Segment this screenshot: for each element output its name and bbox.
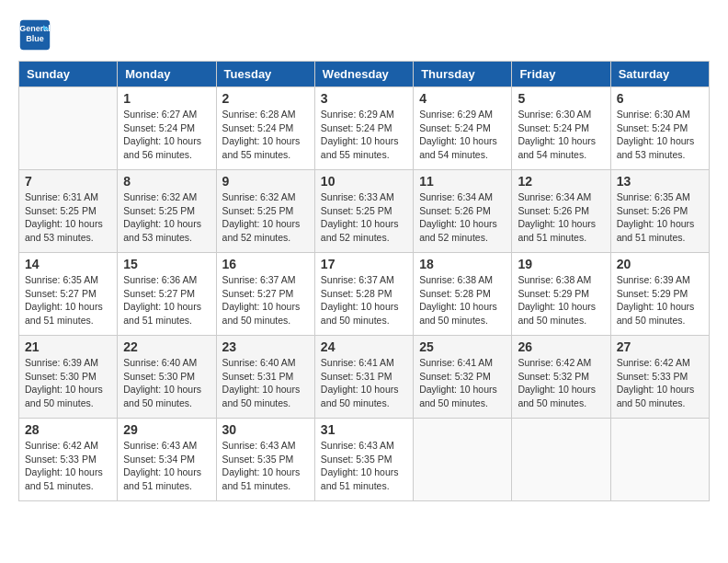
day-number: 30 [222, 422, 309, 437]
calendar-cell: 23Sunrise: 6:40 AM Sunset: 5:31 PM Dayli… [216, 336, 314, 419]
day-header-thursday: Thursday [414, 62, 512, 87]
day-number: 27 [617, 339, 703, 354]
day-number: 9 [222, 174, 309, 189]
day-number: 3 [321, 91, 407, 106]
day-info: Sunrise: 6:33 AM Sunset: 5:25 PM Dayligh… [321, 190, 407, 245]
calendar-cell: 10Sunrise: 6:33 AM Sunset: 5:25 PM Dayli… [314, 170, 413, 253]
day-number: 12 [518, 174, 604, 189]
day-number: 28 [25, 422, 111, 437]
calendar-week-row: 7Sunrise: 6:31 AM Sunset: 5:25 PM Daylig… [19, 170, 710, 253]
day-info: Sunrise: 6:35 AM Sunset: 5:26 PM Dayligh… [617, 190, 703, 245]
logo-icon: General Blue [18, 18, 51, 52]
calendar-cell: 11Sunrise: 6:34 AM Sunset: 5:26 PM Dayli… [414, 170, 512, 253]
calendar-cell: 12Sunrise: 6:34 AM Sunset: 5:26 PM Dayli… [512, 170, 610, 253]
day-info: Sunrise: 6:37 AM Sunset: 5:27 PM Dayligh… [222, 273, 309, 327]
day-info: Sunrise: 6:36 AM Sunset: 5:27 PM Dayligh… [123, 273, 210, 327]
calendar-cell: 29Sunrise: 6:43 AM Sunset: 5:34 PM Dayli… [118, 419, 216, 501]
page-header: General Blue [18, 18, 710, 52]
day-number: 18 [419, 257, 506, 271]
day-info: Sunrise: 6:42 AM Sunset: 5:32 PM Dayligh… [518, 356, 604, 410]
day-info: Sunrise: 6:39 AM Sunset: 5:29 PM Dayligh… [617, 273, 703, 327]
day-number: 16 [222, 257, 309, 271]
calendar-week-row: 28Sunrise: 6:42 AM Sunset: 5:33 PM Dayli… [19, 419, 710, 501]
calendar-cell: 6Sunrise: 6:30 AM Sunset: 5:24 PM Daylig… [610, 87, 709, 170]
calendar-cell: 25Sunrise: 6:41 AM Sunset: 5:32 PM Dayli… [414, 336, 512, 419]
day-number: 25 [419, 339, 506, 354]
calendar-cell: 22Sunrise: 6:40 AM Sunset: 5:30 PM Dayli… [118, 336, 216, 419]
calendar-week-row: 1Sunrise: 6:27 AM Sunset: 5:24 PM Daylig… [19, 87, 710, 170]
day-number: 5 [518, 91, 604, 106]
day-info: Sunrise: 6:27 AM Sunset: 5:24 PM Dayligh… [123, 108, 210, 162]
day-number: 11 [419, 174, 506, 189]
calendar-cell: 14Sunrise: 6:35 AM Sunset: 5:27 PM Dayli… [19, 253, 118, 336]
day-number: 7 [25, 174, 111, 189]
day-number: 31 [321, 422, 407, 437]
calendar-table: SundayMondayTuesdayWednesdayThursdayFrid… [18, 61, 710, 501]
calendar-week-row: 21Sunrise: 6:39 AM Sunset: 5:30 PM Dayli… [19, 336, 710, 419]
day-header-tuesday: Tuesday [216, 62, 314, 87]
calendar-cell: 9Sunrise: 6:32 AM Sunset: 5:25 PM Daylig… [216, 170, 314, 253]
day-info: Sunrise: 6:28 AM Sunset: 5:24 PM Dayligh… [222, 108, 309, 162]
calendar-cell: 7Sunrise: 6:31 AM Sunset: 5:25 PM Daylig… [19, 170, 118, 253]
day-info: Sunrise: 6:43 AM Sunset: 5:35 PM Dayligh… [222, 439, 309, 493]
day-number: 6 [617, 91, 703, 106]
day-info: Sunrise: 6:40 AM Sunset: 5:30 PM Dayligh… [123, 356, 210, 410]
calendar-cell: 26Sunrise: 6:42 AM Sunset: 5:32 PM Dayli… [512, 336, 610, 419]
day-info: Sunrise: 6:30 AM Sunset: 5:24 PM Dayligh… [518, 108, 604, 162]
calendar-cell: 1Sunrise: 6:27 AM Sunset: 5:24 PM Daylig… [118, 87, 216, 170]
day-number: 22 [123, 339, 210, 354]
calendar-cell [512, 419, 610, 501]
day-number: 21 [25, 339, 111, 354]
svg-text:Blue: Blue [26, 34, 44, 43]
day-info: Sunrise: 6:42 AM Sunset: 5:33 PM Dayligh… [617, 356, 703, 410]
day-info: Sunrise: 6:31 AM Sunset: 5:25 PM Dayligh… [25, 190, 111, 245]
calendar-week-row: 14Sunrise: 6:35 AM Sunset: 5:27 PM Dayli… [19, 253, 710, 336]
day-info: Sunrise: 6:34 AM Sunset: 5:26 PM Dayligh… [419, 190, 506, 245]
day-info: Sunrise: 6:30 AM Sunset: 5:24 PM Dayligh… [617, 108, 703, 162]
day-info: Sunrise: 6:38 AM Sunset: 5:28 PM Dayligh… [419, 273, 506, 327]
day-number: 24 [321, 339, 407, 354]
day-header-friday: Friday [512, 62, 610, 87]
day-number: 19 [518, 257, 604, 271]
calendar-cell [610, 419, 709, 501]
calendar-cell: 21Sunrise: 6:39 AM Sunset: 5:30 PM Dayli… [19, 336, 118, 419]
day-info: Sunrise: 6:43 AM Sunset: 5:35 PM Dayligh… [321, 439, 407, 493]
calendar-cell: 3Sunrise: 6:29 AM Sunset: 5:24 PM Daylig… [314, 87, 413, 170]
day-header-wednesday: Wednesday [314, 62, 413, 87]
day-number: 1 [123, 91, 210, 106]
calendar-cell: 17Sunrise: 6:37 AM Sunset: 5:28 PM Dayli… [314, 253, 413, 336]
day-info: Sunrise: 6:40 AM Sunset: 5:31 PM Dayligh… [222, 356, 309, 410]
day-number: 26 [518, 339, 604, 354]
day-info: Sunrise: 6:35 AM Sunset: 5:27 PM Dayligh… [25, 273, 111, 327]
day-info: Sunrise: 6:41 AM Sunset: 5:31 PM Dayligh… [321, 356, 407, 410]
day-info: Sunrise: 6:41 AM Sunset: 5:32 PM Dayligh… [419, 356, 506, 410]
day-number: 8 [123, 174, 210, 189]
day-info: Sunrise: 6:43 AM Sunset: 5:34 PM Dayligh… [123, 439, 210, 493]
calendar-cell: 8Sunrise: 6:32 AM Sunset: 5:25 PM Daylig… [118, 170, 216, 253]
day-info: Sunrise: 6:39 AM Sunset: 5:30 PM Dayligh… [25, 356, 111, 410]
day-number: 13 [617, 174, 703, 189]
calendar-cell: 18Sunrise: 6:38 AM Sunset: 5:28 PM Dayli… [414, 253, 512, 336]
calendar-cell: 20Sunrise: 6:39 AM Sunset: 5:29 PM Dayli… [610, 253, 709, 336]
day-number: 14 [25, 257, 111, 271]
calendar-cell: 31Sunrise: 6:43 AM Sunset: 5:35 PM Dayli… [314, 419, 413, 501]
calendar-cell [19, 87, 118, 170]
day-number: 20 [617, 257, 703, 271]
day-info: Sunrise: 6:37 AM Sunset: 5:28 PM Dayligh… [321, 273, 407, 327]
calendar-cell [414, 419, 512, 501]
calendar-cell: 27Sunrise: 6:42 AM Sunset: 5:33 PM Dayli… [610, 336, 709, 419]
day-info: Sunrise: 6:32 AM Sunset: 5:25 PM Dayligh… [123, 190, 210, 245]
calendar-cell: 28Sunrise: 6:42 AM Sunset: 5:33 PM Dayli… [19, 419, 118, 501]
logo: General Blue [18, 18, 55, 52]
day-header-saturday: Saturday [610, 62, 709, 87]
day-number: 10 [321, 174, 407, 189]
day-header-monday: Monday [118, 62, 216, 87]
calendar-cell: 13Sunrise: 6:35 AM Sunset: 5:26 PM Dayli… [610, 170, 709, 253]
day-number: 17 [321, 257, 407, 271]
calendar-cell: 5Sunrise: 6:30 AM Sunset: 5:24 PM Daylig… [512, 87, 610, 170]
day-info: Sunrise: 6:34 AM Sunset: 5:26 PM Dayligh… [518, 190, 604, 245]
day-header-sunday: Sunday [19, 62, 118, 87]
day-number: 4 [419, 91, 506, 106]
calendar-cell: 4Sunrise: 6:29 AM Sunset: 5:24 PM Daylig… [414, 87, 512, 170]
day-info: Sunrise: 6:29 AM Sunset: 5:24 PM Dayligh… [321, 108, 407, 162]
